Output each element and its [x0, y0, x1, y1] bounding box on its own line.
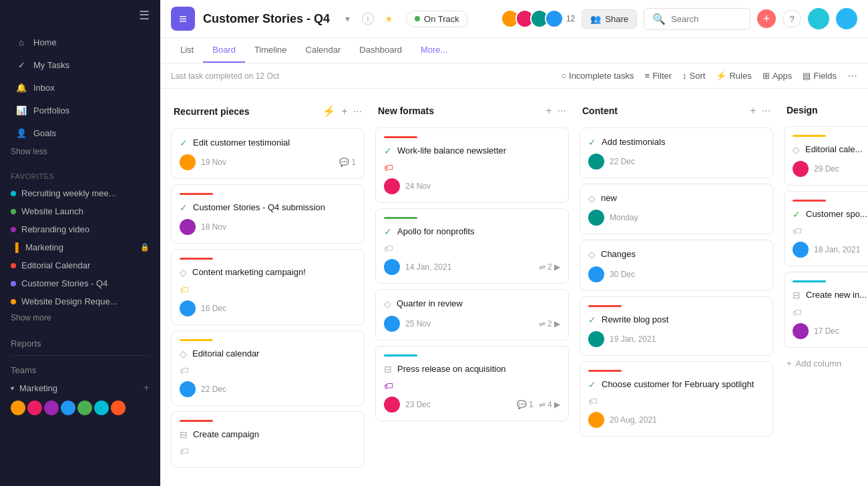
card-content-marketing[interactable]: ◇ Content marketing campaign! 🏷 16 Dec: [171, 249, 365, 324]
card-avatar: [793, 242, 809, 258]
sidebar-item-goals[interactable]: 👤 Goals: [5, 122, 155, 144]
card-changes[interactable]: ◇ Changes 30 Dec: [580, 240, 773, 290]
sidebar-fav-editorial[interactable]: Editorial Calendar: [0, 256, 160, 274]
card-editorial-design[interactable]: ◇ Editorial cale... 29 Dec: [784, 126, 868, 186]
card-apollo-nonprofits[interactable]: ✓ Apollo for nonprofits 🏷 14 Jan, 2021 ⇌…: [375, 208, 569, 284]
card-q4-submission[interactable]: ✓ Customer Stories - Q4 submission 18 No…: [171, 184, 365, 244]
sidebar-fav-website-launch[interactable]: Website Launch: [0, 202, 160, 220]
apps-button[interactable]: ⊞ Apps: [763, 71, 793, 81]
bell-icon: 🔔: [16, 82, 27, 93]
card-work-life-newsletter[interactable]: ✓ Work-life balance newsletter 🏷 24 Nov: [375, 128, 569, 203]
card-bar: [384, 354, 417, 356]
card-title: Create new in...: [806, 289, 867, 301]
card-customer-spotlight[interactable]: ✓ Customer spo... 🏷 18 Jan, 2021: [784, 191, 868, 266]
card-rewrite-blog[interactable]: ✓ Rewrite blog post 19 Jan, 2021: [580, 296, 773, 356]
rules-button[interactable]: ⚡ Rules: [716, 71, 751, 81]
check-icon: ✓: [588, 314, 596, 325]
card-avatar: [180, 154, 196, 170]
info-icon[interactable]: i: [362, 13, 374, 25]
sidebar-item-portfolios[interactable]: 📊 Portfolios: [5, 99, 155, 121]
sidebar-item-my-tasks[interactable]: ✓ My Tasks: [5, 54, 155, 75]
card-date: 19 Jan, 2021: [610, 334, 656, 344]
sidebar-fav-recruiting[interactable]: Recruiting weekly mee...: [0, 184, 160, 202]
last-task-label: Last task completed on 12 Oct: [171, 71, 279, 81]
column-content: Content + ··· ✓ Add testimonials 22 Dec: [580, 99, 773, 475]
tab-list[interactable]: List: [171, 38, 203, 63]
help-button[interactable]: ?: [783, 9, 801, 28]
show-less-button[interactable]: Show less: [0, 144, 160, 159]
card-title: Apollo for nonprofits: [397, 226, 475, 238]
sidebar-item-inbox[interactable]: 🔔 Inbox: [5, 77, 155, 98]
star-icon[interactable]: ★: [379, 9, 398, 28]
card-choose-customer[interactable]: ✓ Choose customer for February spotlight…: [580, 361, 773, 437]
chevron-down-icon[interactable]: ▾: [338, 9, 357, 28]
portfolio-icon: 📊: [16, 105, 27, 115]
topbar: ≡ Customer Stories - Q4 ▾ i ★ On Track 1…: [160, 0, 868, 38]
sidebar-reports-section[interactable]: Reports: [0, 330, 160, 351]
sidebar-team-marketing[interactable]: ▾ Marketing +: [0, 378, 160, 398]
card-avatar: [793, 161, 809, 177]
add-card-button[interactable]: +: [750, 105, 756, 117]
card-editorial-calendar[interactable]: ◇ Editorial calendar 🏷 22 Dec: [171, 330, 365, 406]
lightning-icon[interactable]: ⚡: [322, 105, 336, 117]
sidebar: ☰ ⌂ Home ✓ My Tasks 🔔 Inbox 📊 Portfolios…: [0, 0, 160, 486]
card-press-release[interactable]: ⊟ Press release on acquisition 🏷 23 Dec …: [375, 346, 569, 421]
comment-count: 💬 1: [517, 400, 533, 409]
fields-button[interactable]: ▤ Fields: [803, 71, 837, 81]
column-more-icon[interactable]: ···: [762, 105, 771, 117]
card-new[interactable]: ◇ new Monday: [580, 184, 773, 234]
goals-icon: 👤: [16, 128, 27, 138]
sidebar-fav-customer-stories[interactable]: Customer Stories - Q4: [0, 274, 160, 292]
search-box[interactable]: 🔍: [644, 8, 750, 30]
card-date: 25 Nov: [405, 319, 431, 328]
show-more-button[interactable]: Show more: [0, 310, 160, 325]
team-add-button[interactable]: +: [144, 382, 150, 394]
tab-calendar[interactable]: Calendar: [296, 38, 351, 63]
favorites-section-title: Favorites: [0, 164, 160, 184]
card-create-new[interactable]: ⊟ Create new in... 🏷 17 Dec: [784, 272, 868, 347]
card-date: 22 Dec: [610, 157, 635, 166]
card-edit-testimonial[interactable]: ✓ Edit customer testimonial 19 Nov 💬 1: [171, 128, 365, 179]
tab-dashboard[interactable]: Dashboard: [350, 38, 411, 63]
column-more-icon[interactable]: ···: [558, 105, 566, 117]
filter-button[interactable]: ≡ Filter: [645, 71, 672, 81]
sidebar-fav-marketing[interactable]: ▐ Marketing 🔒: [0, 238, 160, 256]
column-header-icons: ⚡ + ···: [322, 105, 362, 117]
card-date: 18 Nov: [201, 222, 226, 232]
board: Recurrent pieces ⚡ + ··· ✓ Edit customer…: [160, 89, 868, 486]
subtask-count: ⇌ 2 ▶: [539, 319, 560, 328]
card-title: Rewrite blog post: [602, 314, 668, 326]
card-add-testimonials[interactable]: ✓ Add testimonials 22 Dec: [580, 128, 773, 178]
tag-icon: 🏷: [180, 446, 356, 457]
card-bar: [793, 135, 826, 137]
card-create-campaign[interactable]: ⊟ Create campaign 🏷: [171, 411, 365, 468]
more-options-icon[interactable]: ···: [847, 69, 857, 83]
card-quarter-in-review[interactable]: ◇ Quarter in review 25 Nov ⇌ 2 ▶: [375, 289, 569, 340]
sidebar-fav-rebranding[interactable]: Rebranding video: [0, 220, 160, 238]
share-button[interactable]: 👥 Share: [582, 9, 637, 29]
tab-timeline[interactable]: Timeline: [245, 38, 296, 63]
nav-tabs: List Board Timeline Calendar Dashboard M…: [160, 38, 868, 63]
card-date: 19 Nov: [201, 158, 226, 167]
sidebar-item-home[interactable]: ⌂ Home: [5, 31, 155, 53]
main-content: ≡ Customer Stories - Q4 ▾ i ★ On Track 1…: [160, 0, 868, 486]
hamburger-icon[interactable]: ☰: [139, 8, 150, 23]
tab-more[interactable]: More...: [411, 38, 457, 63]
column-more-icon[interactable]: ···: [353, 105, 362, 117]
search-icon: 🔍: [652, 13, 666, 25]
search-input[interactable]: [671, 14, 742, 24]
add-card-button[interactable]: +: [341, 105, 347, 117]
sort-button[interactable]: ↕ Sort: [682, 71, 705, 81]
add-card-button[interactable]: +: [546, 105, 552, 117]
sidebar-fav-website-design[interactable]: Website Design Reque...: [0, 292, 160, 310]
card-avatar: [588, 331, 604, 347]
add-column-button[interactable]: + Add column: [784, 353, 868, 374]
card-bar: [180, 339, 213, 341]
card-avatar: [180, 300, 196, 316]
incomplete-tasks-button[interactable]: ○ Incomplete tasks: [561, 71, 634, 81]
card-title: Editorial cale...: [805, 144, 862, 156]
check-icon: ✓: [384, 226, 392, 237]
card-avatar: [384, 397, 400, 413]
add-button[interactable]: +: [757, 9, 776, 28]
tab-board[interactable]: Board: [203, 38, 245, 63]
